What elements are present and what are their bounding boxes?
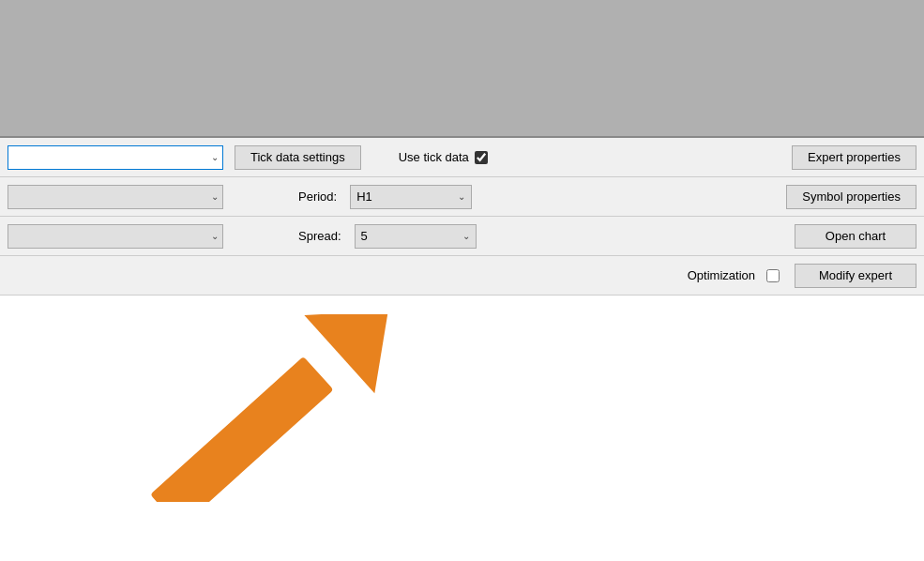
left-dropdown-2[interactable]: ⌄ [8,185,223,209]
arrow-svg [75,314,432,502]
spread-area: Spread: 5 ⌄ [298,224,477,249]
arrow-container [75,314,432,502]
svg-marker-1 [304,314,423,393]
optimization-checkbox[interactable] [766,269,780,282]
expert-properties-button[interactable]: Expert properties [792,145,916,170]
spread-dropdown[interactable]: 5 ⌄ [355,224,477,249]
chevron-down-icon-3: ⌄ [458,191,465,202]
open-chart-button[interactable]: Open chart [795,224,916,249]
use-tick-data-label: Use tick data [399,150,469,164]
period-area: Period: H1 ⌄ [298,185,472,209]
left-dropdown-1[interactable]: ⌄ [8,145,223,170]
period-label: Period: [298,190,342,204]
tick-data-settings-button[interactable]: Tick data settings [235,145,361,170]
chevron-down-icon: ⌄ [211,152,219,162]
optimization-area: Optimization [688,268,787,282]
controls-row-1: ⌄ Tick data settings Use tick data Exper… [0,138,924,177]
period-value: H1 [356,190,372,204]
modify-expert-button[interactable]: Modify expert [795,264,916,288]
controls-row-2: ⌄ Period: H1 ⌄ Symbol properties [0,177,924,217]
svg-rect-0 [150,356,334,502]
period-dropdown[interactable]: H1 ⌄ [350,185,472,209]
chevron-down-icon-5: ⌄ [462,231,470,241]
use-tick-data-area: Use tick data [399,150,488,164]
optimization-label: Optimization [688,268,761,282]
chevron-down-icon-4: ⌄ [211,231,219,241]
use-tick-data-checkbox[interactable] [475,151,488,164]
left-dropdown-3[interactable]: ⌄ [8,224,223,249]
chevron-down-icon-2: ⌄ [211,191,219,202]
controls-row-3: ⌄ Spread: 5 ⌄ Open chart [0,217,924,256]
spread-value: 5 [361,229,368,243]
controls-row-4: Optimization Modify expert [0,256,924,296]
top-gray-area [0,0,924,136]
bottom-area [0,296,924,561]
symbol-properties-button[interactable]: Symbol properties [786,185,916,209]
spread-label: Spread: [298,229,347,243]
